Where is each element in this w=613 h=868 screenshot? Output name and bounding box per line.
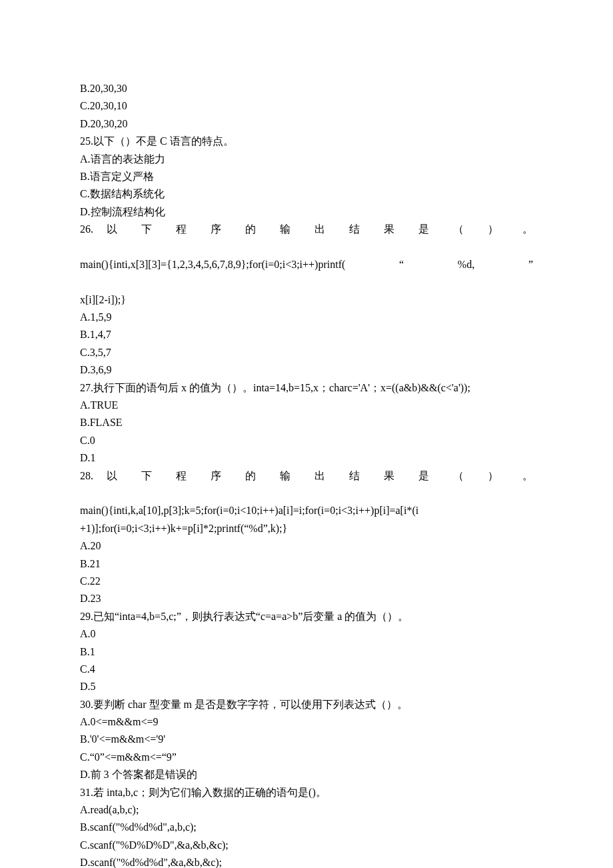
- text-line: main(){inti,k,a[10],p[3];k=5;for(i=0;i<1…: [80, 502, 533, 519]
- text-line: B.1: [80, 643, 533, 661]
- text-line: A.0<=m&&m<=9: [80, 713, 533, 731]
- text-line: A.TRUE: [80, 397, 533, 414]
- text-line: C.4: [80, 661, 533, 678]
- text-line: A.语言的表达能力: [80, 151, 533, 168]
- text-line: C.3,5,7: [80, 344, 533, 361]
- text-line: C.20,30,10: [80, 97, 533, 115]
- text-line: D.5: [80, 678, 533, 695]
- text-line: 30.要判断 char 型变量 m 是否是数字字符，可以使用下列表达式（）。: [80, 696, 533, 713]
- text-line: 27.执行下面的语句后 x 的值为（）。inta=14,b=15,x；charc…: [80, 379, 533, 397]
- document-content: B.20,30,30C.20,30,10D.20,30,2025.以下（）不是 …: [80, 80, 533, 868]
- text-line: 31.若 inta,b,c；则为它们输入数据的正确的语句是()。: [80, 784, 533, 801]
- text-line: A.20: [80, 537, 533, 555]
- text-line: B.1,4,7: [80, 326, 533, 343]
- text-line: D.1: [80, 449, 533, 467]
- text-line: A.1,5,9: [80, 309, 533, 326]
- text-line: D.scanf("%d%d%d",&a,&b,&c);: [80, 854, 533, 868]
- text-line: D.20,30,20: [80, 115, 533, 133]
- text-line: 29.已知“inta=4,b=5,c;”，则执行表达式“c=a=a>b”后变量 …: [80, 608, 533, 625]
- text-line: B.scanf("%d%d%d",a,b,c);: [80, 819, 533, 836]
- text-line: D.控制流程结构化: [80, 203, 533, 221]
- text-line: C.数据结构系统化: [80, 185, 533, 203]
- text-line: B.20,30,30: [80, 80, 533, 97]
- text-line: D.前 3 个答案都是错误的: [80, 766, 533, 783]
- text-line: C.0: [80, 432, 533, 449]
- text-line: B.语言定义严格: [80, 168, 533, 185]
- text-line: main(){inti,x[3][3]={1,2,3,4,5,6,7,8,9};…: [80, 256, 533, 291]
- document-page: B.20,30,30C.20,30,10D.20,30,2025.以下（）不是 …: [0, 0, 613, 868]
- text-line: C.“0”<=m&&m<=“9”: [80, 749, 533, 766]
- text-line: x[i][2-i]);}: [80, 291, 533, 309]
- text-line: D.23: [80, 590, 533, 607]
- text-line: A.read(a,b,c);: [80, 801, 533, 819]
- text-line: +1)];for(i=0;i<3;i++)k+=p[i]*2;printf(“%…: [80, 520, 533, 537]
- text-line: 26. 以 下 程 序 的 输 出 结 果 是 （ ） 。: [80, 221, 533, 256]
- text-line: B.FLASE: [80, 414, 533, 431]
- text-line: B.'0'<=m&&m<='9': [80, 731, 533, 748]
- text-line: 28. 以 下 程 序 的 输 出 结 果 是 （ ） 。: [80, 467, 533, 503]
- text-line: A.0: [80, 625, 533, 643]
- text-line: D.3,6,9: [80, 361, 533, 379]
- text-line: C.scanf("%D%D%D",&a,&b,&c);: [80, 837, 533, 854]
- text-line: 25.以下（）不是 C 语言的特点。: [80, 133, 533, 150]
- text-line: C.22: [80, 573, 533, 590]
- text-line: B.21: [80, 555, 533, 573]
